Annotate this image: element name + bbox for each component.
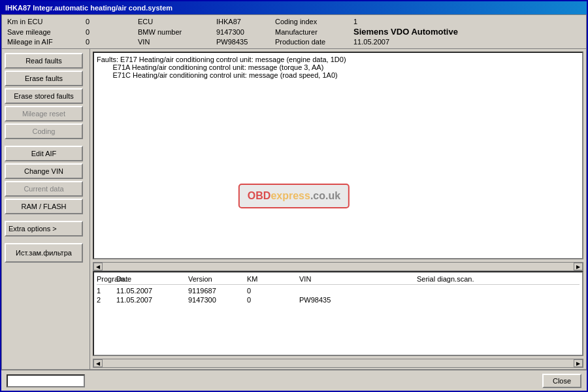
fault-line3: E71C Heating/air conditioning control un…: [97, 71, 338, 79]
prog-num-1: 1: [97, 287, 116, 295]
production-date-label: Production date: [275, 38, 353, 46]
prog-serial-2: [417, 296, 580, 304]
right-area: Faults: E717 Heating/air conditioning co…: [90, 49, 586, 369]
program-panel[interactable]: Program.: Date Version KM VIN Serial dia…: [93, 271, 583, 356]
save-mileage-value: 0: [86, 28, 138, 36]
edit-aif-button[interactable]: Edit AIF: [5, 146, 83, 161]
km-in-ecu-label: Km in ECU: [7, 18, 86, 25]
erase-faults-button[interactable]: Erase faults: [5, 71, 83, 86]
window-title: IHKA87 Integr.automatic heating/air cond…: [5, 4, 172, 12]
current-data-button[interactable]: Current data: [5, 181, 83, 197]
bottom-input[interactable]: [7, 374, 85, 387]
manufacturer-value: Siemens VDO Automotive: [353, 27, 581, 37]
bottom-bar: Close: [1, 370, 587, 391]
change-vin-button[interactable]: Change VIN: [5, 163, 83, 179]
ecu-value: IHKA87: [216, 18, 275, 25]
coding-button[interactable]: Coding: [5, 123, 83, 139]
bmw-number-value: 9147300: [216, 28, 275, 36]
col-km: KM: [247, 275, 299, 283]
prog-serial-1: [417, 287, 580, 295]
ram-flash-button[interactable]: RAM / FLASH: [5, 199, 83, 214]
col-date: Date: [116, 275, 188, 283]
prog-vin-2: PW98435: [299, 296, 417, 304]
program-scrollbar[interactable]: ◀ ▶: [93, 359, 583, 368]
manufacturer-label: Manufacturer: [275, 28, 353, 36]
program-panel-inner: Program.: Date Version KM VIN Serial dia…: [94, 272, 582, 307]
coding-index-label: Coding index: [275, 18, 353, 25]
sidebar-gap2: [5, 216, 87, 219]
faults-panel[interactable]: Faults: E717 Heating/air conditioning co…: [93, 52, 583, 259]
vin-value: PW98435: [216, 38, 275, 46]
col-vin: VIN: [299, 275, 417, 283]
prog-version-2: 9147300: [188, 296, 247, 304]
prog-num-2: 2: [97, 296, 116, 304]
filter-button[interactable]: Ист.зам.фильтра: [5, 243, 83, 263]
scroll-right-btn[interactable]: ▶: [574, 263, 583, 270]
faults-text: Faults: E717 Heating/air conditioning co…: [94, 53, 582, 82]
col-serial: Serial diagn.scan.: [417, 275, 580, 283]
main-window: IHKA87 Integr.automatic heating/air cond…: [0, 0, 588, 392]
extra-options-button[interactable]: Extra options >: [5, 221, 83, 237]
faults-scrollbar[interactable]: ◀ ▶: [93, 262, 583, 271]
mileage-reset-button[interactable]: Mileage reset: [5, 106, 83, 122]
program-row-1: 1 11.05.2007 9119687 0: [97, 286, 580, 295]
title-bar: IHKA87 Integr.automatic heating/air cond…: [1, 1, 587, 14]
ecu-label: ECU: [138, 18, 216, 25]
fault-line1: Faults: E717 Heating/air conditioning co…: [97, 56, 346, 63]
prog-vin-1: [299, 287, 417, 295]
body-area: Read faults Erase faults Erase stored fa…: [2, 49, 586, 369]
erase-stored-faults-button[interactable]: Erase stored faults: [5, 88, 83, 104]
bmw-number-label: BMW number: [138, 28, 216, 36]
coding-index-value: 1: [353, 18, 581, 25]
info-bar: Km in ECU 0 ECU IHKA87 Coding index 1 Sa…: [2, 15, 586, 49]
vin-label: VIN: [138, 38, 216, 46]
scroll-left-btn[interactable]: ◀: [93, 263, 103, 270]
prog-km-1: 0: [247, 287, 299, 295]
km-in-ecu-value: 0: [86, 18, 138, 25]
mileage-in-aif-value: 0: [86, 38, 138, 46]
prog-km-2: 0: [247, 296, 299, 304]
mileage-in-aif-label: Mileage in AIF: [7, 38, 86, 46]
col-version: Version: [188, 275, 247, 283]
prog-scroll-left-btn[interactable]: ◀: [93, 359, 103, 367]
program-row-2: 2 11.05.2007 9147300 0 PW98435: [97, 295, 580, 304]
prog-version-1: 9119687: [188, 287, 247, 295]
close-button[interactable]: Close: [542, 374, 581, 388]
save-mileage-label: Save mileage: [7, 28, 86, 36]
prog-date-2: 11.05.2007: [116, 296, 188, 304]
sidebar: Read faults Erase faults Erase stored fa…: [2, 49, 90, 369]
program-header-row: Program.: Date Version KM VIN Serial dia…: [97, 275, 580, 285]
production-date-value: 11.05.2007: [353, 38, 581, 46]
fault-line2: E71A Heating/air conditioning control un…: [97, 63, 323, 71]
sidebar-gap3: [5, 238, 87, 241]
prog-date-1: 11.05.2007: [116, 287, 188, 295]
main-content: Km in ECU 0 ECU IHKA87 Coding index 1 Sa…: [1, 14, 587, 370]
read-faults-button[interactable]: Read faults: [5, 53, 83, 69]
col-program: Program.:: [97, 275, 116, 283]
prog-scroll-right-btn[interactable]: ▶: [574, 359, 583, 367]
sidebar-gap1: [5, 141, 87, 144]
